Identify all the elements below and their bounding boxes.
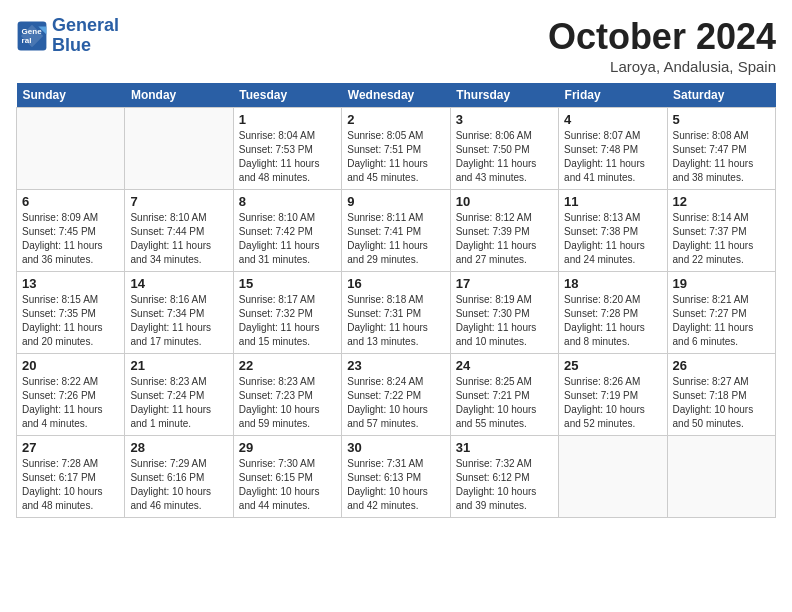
day-number: 6 bbox=[22, 194, 119, 209]
day-number: 16 bbox=[347, 276, 444, 291]
day-info: Sunrise: 8:10 AM Sunset: 7:44 PM Dayligh… bbox=[130, 211, 227, 267]
week-row-5: 27Sunrise: 7:28 AM Sunset: 6:17 PM Dayli… bbox=[17, 436, 776, 518]
day-info: Sunrise: 8:08 AM Sunset: 7:47 PM Dayligh… bbox=[673, 129, 770, 185]
day-number: 14 bbox=[130, 276, 227, 291]
day-info: Sunrise: 7:28 AM Sunset: 6:17 PM Dayligh… bbox=[22, 457, 119, 513]
day-cell: 30Sunrise: 7:31 AM Sunset: 6:13 PM Dayli… bbox=[342, 436, 450, 518]
week-row-4: 20Sunrise: 8:22 AM Sunset: 7:26 PM Dayli… bbox=[17, 354, 776, 436]
day-cell: 9Sunrise: 8:11 AM Sunset: 7:41 PM Daylig… bbox=[342, 190, 450, 272]
day-number: 5 bbox=[673, 112, 770, 127]
logo-text: General Blue bbox=[52, 16, 119, 56]
day-cell: 14Sunrise: 8:16 AM Sunset: 7:34 PM Dayli… bbox=[125, 272, 233, 354]
weekday-header-thursday: Thursday bbox=[450, 83, 558, 108]
day-info: Sunrise: 8:14 AM Sunset: 7:37 PM Dayligh… bbox=[673, 211, 770, 267]
day-number: 28 bbox=[130, 440, 227, 455]
day-cell: 23Sunrise: 8:24 AM Sunset: 7:22 PM Dayli… bbox=[342, 354, 450, 436]
day-info: Sunrise: 8:12 AM Sunset: 7:39 PM Dayligh… bbox=[456, 211, 553, 267]
day-cell bbox=[667, 436, 775, 518]
day-number: 18 bbox=[564, 276, 661, 291]
day-info: Sunrise: 8:20 AM Sunset: 7:28 PM Dayligh… bbox=[564, 293, 661, 349]
day-number: 3 bbox=[456, 112, 553, 127]
day-number: 10 bbox=[456, 194, 553, 209]
day-number: 8 bbox=[239, 194, 336, 209]
day-info: Sunrise: 8:18 AM Sunset: 7:31 PM Dayligh… bbox=[347, 293, 444, 349]
svg-text:ral: ral bbox=[22, 36, 32, 45]
day-info: Sunrise: 8:05 AM Sunset: 7:51 PM Dayligh… bbox=[347, 129, 444, 185]
weekday-header-wednesday: Wednesday bbox=[342, 83, 450, 108]
day-cell: 15Sunrise: 8:17 AM Sunset: 7:32 PM Dayli… bbox=[233, 272, 341, 354]
day-cell: 5Sunrise: 8:08 AM Sunset: 7:47 PM Daylig… bbox=[667, 108, 775, 190]
day-number: 11 bbox=[564, 194, 661, 209]
day-info: Sunrise: 7:32 AM Sunset: 6:12 PM Dayligh… bbox=[456, 457, 553, 513]
day-info: Sunrise: 8:15 AM Sunset: 7:35 PM Dayligh… bbox=[22, 293, 119, 349]
day-cell bbox=[125, 108, 233, 190]
day-number: 4 bbox=[564, 112, 661, 127]
day-number: 17 bbox=[456, 276, 553, 291]
day-cell: 2Sunrise: 8:05 AM Sunset: 7:51 PM Daylig… bbox=[342, 108, 450, 190]
day-number: 26 bbox=[673, 358, 770, 373]
day-info: Sunrise: 8:25 AM Sunset: 7:21 PM Dayligh… bbox=[456, 375, 553, 431]
page-header: Gene ral General Blue October 2024 Laroy… bbox=[16, 16, 776, 75]
day-number: 9 bbox=[347, 194, 444, 209]
day-info: Sunrise: 8:22 AM Sunset: 7:26 PM Dayligh… bbox=[22, 375, 119, 431]
day-info: Sunrise: 8:19 AM Sunset: 7:30 PM Dayligh… bbox=[456, 293, 553, 349]
day-number: 24 bbox=[456, 358, 553, 373]
day-number: 7 bbox=[130, 194, 227, 209]
weekday-header-saturday: Saturday bbox=[667, 83, 775, 108]
day-number: 19 bbox=[673, 276, 770, 291]
day-cell: 11Sunrise: 8:13 AM Sunset: 7:38 PM Dayli… bbox=[559, 190, 667, 272]
day-cell: 27Sunrise: 7:28 AM Sunset: 6:17 PM Dayli… bbox=[17, 436, 125, 518]
day-cell: 6Sunrise: 8:09 AM Sunset: 7:45 PM Daylig… bbox=[17, 190, 125, 272]
day-cell bbox=[17, 108, 125, 190]
day-cell: 13Sunrise: 8:15 AM Sunset: 7:35 PM Dayli… bbox=[17, 272, 125, 354]
day-cell: 21Sunrise: 8:23 AM Sunset: 7:24 PM Dayli… bbox=[125, 354, 233, 436]
day-info: Sunrise: 8:09 AM Sunset: 7:45 PM Dayligh… bbox=[22, 211, 119, 267]
day-cell: 10Sunrise: 8:12 AM Sunset: 7:39 PM Dayli… bbox=[450, 190, 558, 272]
day-cell: 22Sunrise: 8:23 AM Sunset: 7:23 PM Dayli… bbox=[233, 354, 341, 436]
day-cell: 24Sunrise: 8:25 AM Sunset: 7:21 PM Dayli… bbox=[450, 354, 558, 436]
day-info: Sunrise: 8:11 AM Sunset: 7:41 PM Dayligh… bbox=[347, 211, 444, 267]
day-cell: 17Sunrise: 8:19 AM Sunset: 7:30 PM Dayli… bbox=[450, 272, 558, 354]
day-info: Sunrise: 7:29 AM Sunset: 6:16 PM Dayligh… bbox=[130, 457, 227, 513]
day-info: Sunrise: 8:26 AM Sunset: 7:19 PM Dayligh… bbox=[564, 375, 661, 431]
day-number: 21 bbox=[130, 358, 227, 373]
week-row-1: 1Sunrise: 8:04 AM Sunset: 7:53 PM Daylig… bbox=[17, 108, 776, 190]
calendar-table: SundayMondayTuesdayWednesdayThursdayFrid… bbox=[16, 83, 776, 518]
day-info: Sunrise: 8:10 AM Sunset: 7:42 PM Dayligh… bbox=[239, 211, 336, 267]
day-cell: 31Sunrise: 7:32 AM Sunset: 6:12 PM Dayli… bbox=[450, 436, 558, 518]
day-number: 25 bbox=[564, 358, 661, 373]
day-number: 22 bbox=[239, 358, 336, 373]
day-cell: 25Sunrise: 8:26 AM Sunset: 7:19 PM Dayli… bbox=[559, 354, 667, 436]
day-info: Sunrise: 8:27 AM Sunset: 7:18 PM Dayligh… bbox=[673, 375, 770, 431]
day-info: Sunrise: 8:06 AM Sunset: 7:50 PM Dayligh… bbox=[456, 129, 553, 185]
day-number: 12 bbox=[673, 194, 770, 209]
day-info: Sunrise: 7:30 AM Sunset: 6:15 PM Dayligh… bbox=[239, 457, 336, 513]
weekday-header-row: SundayMondayTuesdayWednesdayThursdayFrid… bbox=[17, 83, 776, 108]
week-row-3: 13Sunrise: 8:15 AM Sunset: 7:35 PM Dayli… bbox=[17, 272, 776, 354]
day-number: 20 bbox=[22, 358, 119, 373]
day-cell: 20Sunrise: 8:22 AM Sunset: 7:26 PM Dayli… bbox=[17, 354, 125, 436]
day-info: Sunrise: 8:07 AM Sunset: 7:48 PM Dayligh… bbox=[564, 129, 661, 185]
day-info: Sunrise: 8:04 AM Sunset: 7:53 PM Dayligh… bbox=[239, 129, 336, 185]
location: Laroya, Andalusia, Spain bbox=[548, 58, 776, 75]
month-title: October 2024 bbox=[548, 16, 776, 58]
day-info: Sunrise: 8:16 AM Sunset: 7:34 PM Dayligh… bbox=[130, 293, 227, 349]
day-cell: 12Sunrise: 8:14 AM Sunset: 7:37 PM Dayli… bbox=[667, 190, 775, 272]
svg-text:Gene: Gene bbox=[22, 27, 43, 36]
weekday-header-monday: Monday bbox=[125, 83, 233, 108]
day-number: 1 bbox=[239, 112, 336, 127]
logo-icon: Gene ral bbox=[16, 20, 48, 52]
weekday-header-tuesday: Tuesday bbox=[233, 83, 341, 108]
day-number: 13 bbox=[22, 276, 119, 291]
day-number: 29 bbox=[239, 440, 336, 455]
day-cell: 3Sunrise: 8:06 AM Sunset: 7:50 PM Daylig… bbox=[450, 108, 558, 190]
day-cell: 18Sunrise: 8:20 AM Sunset: 7:28 PM Dayli… bbox=[559, 272, 667, 354]
day-cell: 1Sunrise: 8:04 AM Sunset: 7:53 PM Daylig… bbox=[233, 108, 341, 190]
day-cell: 19Sunrise: 8:21 AM Sunset: 7:27 PM Dayli… bbox=[667, 272, 775, 354]
day-cell: 26Sunrise: 8:27 AM Sunset: 7:18 PM Dayli… bbox=[667, 354, 775, 436]
day-cell: 7Sunrise: 8:10 AM Sunset: 7:44 PM Daylig… bbox=[125, 190, 233, 272]
day-info: Sunrise: 8:21 AM Sunset: 7:27 PM Dayligh… bbox=[673, 293, 770, 349]
day-info: Sunrise: 8:17 AM Sunset: 7:32 PM Dayligh… bbox=[239, 293, 336, 349]
day-number: 30 bbox=[347, 440, 444, 455]
day-cell: 8Sunrise: 8:10 AM Sunset: 7:42 PM Daylig… bbox=[233, 190, 341, 272]
